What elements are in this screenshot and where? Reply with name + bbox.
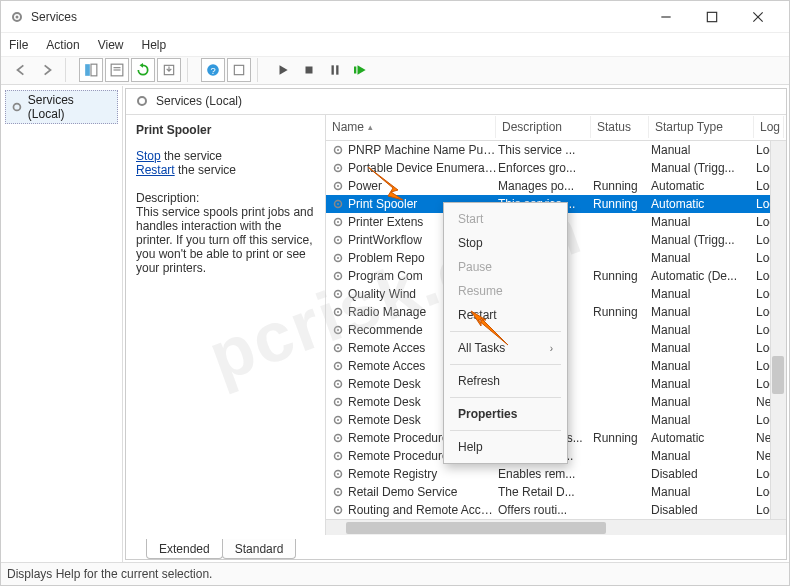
gear-icon (331, 215, 345, 229)
menu-file[interactable]: File (9, 38, 28, 52)
col-status-header[interactable]: Status (591, 116, 649, 138)
context-menu: Start Stop Pause Resume Restart All Task… (443, 202, 568, 464)
scroll-thumb[interactable] (346, 522, 606, 534)
svg-point-34 (337, 257, 339, 259)
status-bar: Displays Help for the current selection. (1, 562, 789, 585)
ctx-stop[interactable]: Stop (444, 231, 567, 255)
properties-button[interactable] (105, 58, 129, 82)
cell-startup: Manual (651, 305, 756, 319)
stop-service-link[interactable]: Stop (136, 149, 161, 163)
table-row[interactable]: PNRP Machine Name Public...This service … (326, 141, 786, 159)
ctx-help[interactable]: Help (444, 435, 567, 459)
table-row[interactable]: Portable Device Enumerator ...Enforces g… (326, 159, 786, 177)
svg-point-22 (337, 149, 339, 151)
col-name-header[interactable]: Name▴ (326, 116, 496, 138)
menu-bar: File Action View Help (1, 33, 789, 56)
gear-icon (331, 269, 345, 283)
tab-standard[interactable]: Standard (222, 539, 297, 559)
options-button[interactable] (227, 58, 251, 82)
close-button[interactable] (735, 1, 781, 33)
grid-header: Name▴ Description Status Startup Type Lo… (326, 115, 786, 141)
tree-root-item[interactable]: Services (Local) (5, 90, 118, 124)
description-label: Description: (136, 191, 315, 205)
cell-status: Running (593, 431, 651, 445)
gear-icon (331, 179, 345, 193)
svg-rect-14 (234, 66, 243, 75)
svg-point-30 (337, 221, 339, 223)
restart-service-link[interactable]: Restart (136, 163, 175, 177)
refresh-button[interactable] (131, 58, 155, 82)
export-button[interactable] (157, 58, 181, 82)
cell-startup: Manual (651, 215, 756, 229)
cell-startup: Manual (651, 287, 756, 301)
svg-rect-17 (336, 66, 338, 75)
gear-icon (331, 395, 345, 409)
minimize-button[interactable] (643, 1, 689, 33)
cell-status: Running (593, 179, 651, 193)
table-row[interactable]: Remote RegistryEnables rem...DisabledLoc (326, 465, 786, 483)
menu-action[interactable]: Action (46, 38, 79, 52)
gear-icon (331, 305, 345, 319)
gear-icon (331, 323, 345, 337)
col-desc-header[interactable]: Description (496, 116, 591, 138)
horizontal-scrollbar[interactable] (326, 519, 786, 535)
show-hide-tree-button[interactable] (79, 58, 103, 82)
cell-startup: Disabled (651, 503, 756, 517)
cell-startup: Manual (Trigg... (651, 233, 756, 247)
table-row[interactable]: Routing and Remote AccessOffers routi...… (326, 501, 786, 519)
description-text: This service spools print jobs and handl… (136, 205, 315, 275)
restart-button[interactable] (349, 58, 373, 82)
cell-name: Routing and Remote Access (348, 503, 498, 517)
gear-icon (331, 197, 345, 211)
pause-button[interactable] (323, 58, 347, 82)
gear-icon (331, 161, 345, 175)
table-row[interactable]: PowerManages po...RunningAutomaticLoc (326, 177, 786, 195)
restart-service-suffix: the service (175, 163, 236, 177)
svg-point-1 (16, 15, 19, 18)
cell-startup: Manual (651, 395, 756, 409)
gear-icon (331, 341, 345, 355)
scroll-thumb[interactable] (772, 356, 784, 394)
svg-point-52 (337, 419, 339, 421)
stop-button[interactable] (297, 58, 321, 82)
window-title: Services (31, 10, 77, 24)
cell-desc: This service ... (498, 143, 593, 157)
ctx-all-tasks[interactable]: All Tasks› (444, 336, 567, 360)
ctx-refresh[interactable]: Refresh (444, 369, 567, 393)
svg-point-48 (337, 383, 339, 385)
cell-name: Remote Registry (348, 467, 498, 481)
help-button[interactable]: ? (201, 58, 225, 82)
table-row[interactable]: Retail Demo ServiceThe Retail D...Manual… (326, 483, 786, 501)
pane-header-label: Services (Local) (156, 94, 242, 108)
svg-point-42 (337, 329, 339, 331)
gear-icon (134, 93, 150, 109)
menu-help[interactable]: Help (142, 38, 167, 52)
vertical-scrollbar[interactable] (770, 141, 786, 519)
ctx-resume: Resume (444, 279, 567, 303)
tab-extended[interactable]: Extended (146, 539, 223, 559)
cell-desc: Enforces gro... (498, 161, 593, 175)
back-button[interactable] (9, 58, 33, 82)
svg-rect-3 (707, 12, 716, 21)
svg-point-24 (337, 167, 339, 169)
maximize-button[interactable] (689, 1, 735, 33)
ctx-restart[interactable]: Restart (444, 303, 567, 327)
cell-name: Power (348, 179, 498, 193)
gear-icon (331, 287, 345, 301)
ctx-start: Start (444, 207, 567, 231)
pane-header: Services (Local) (126, 89, 786, 115)
ctx-pause: Pause (444, 255, 567, 279)
col-logon-header[interactable]: Log (754, 116, 784, 138)
col-startup-header[interactable]: Startup Type (649, 116, 754, 138)
svg-rect-18 (354, 67, 356, 74)
forward-button[interactable] (35, 58, 59, 82)
svg-text:?: ? (210, 66, 215, 76)
cell-startup: Manual (651, 251, 756, 265)
cell-name: Retail Demo Service (348, 485, 498, 499)
menu-view[interactable]: View (98, 38, 124, 52)
ctx-properties[interactable]: Properties (444, 402, 567, 426)
gear-icon (331, 359, 345, 373)
cell-startup: Automatic (651, 431, 756, 445)
svg-point-46 (337, 365, 339, 367)
play-button[interactable] (271, 58, 295, 82)
